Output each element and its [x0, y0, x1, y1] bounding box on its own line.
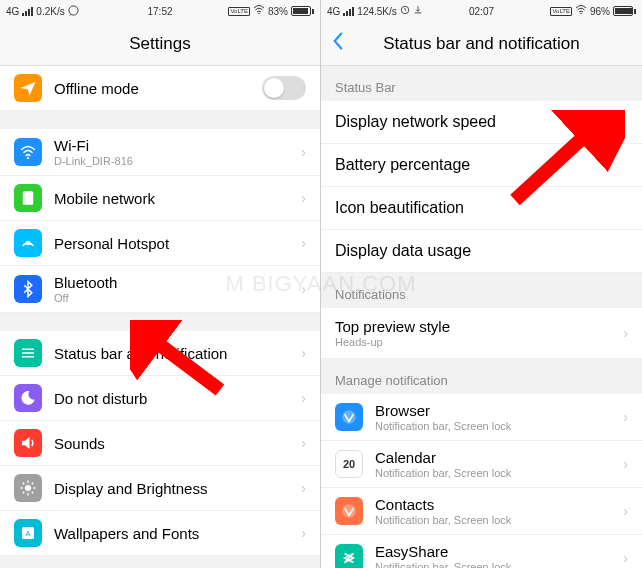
- share-icon: [335, 544, 363, 568]
- header: Settings: [0, 22, 320, 66]
- row-sub: Heads-up: [335, 336, 617, 348]
- row-label: Offline mode: [54, 80, 262, 97]
- row-status-bar-and-notification[interactable]: Status bar and notification›: [0, 331, 320, 376]
- row-label: Battery percentage: [335, 156, 470, 174]
- chevron-icon: ›: [623, 456, 628, 472]
- row-label: Wi-Fi: [54, 137, 295, 154]
- row-label: EasyShare: [375, 543, 617, 560]
- row-app-contacts[interactable]: ContactsNotification bar, Screen lock›: [321, 488, 642, 535]
- row-top-preview-style[interactable]: Top preview style Heads-up ›: [321, 308, 642, 359]
- back-button[interactable]: [331, 31, 345, 57]
- row-label: Display network speed: [335, 113, 496, 131]
- svg-point-0: [69, 5, 78, 14]
- chevron-icon: ›: [301, 480, 306, 496]
- row-display-and-brightness[interactable]: Display and Brightness›: [0, 466, 320, 511]
- svg-line-13: [23, 483, 25, 485]
- row-sounds[interactable]: Sounds›: [0, 421, 320, 466]
- row-icon-beautification[interactable]: Icon beautification: [321, 187, 642, 230]
- row-sub: Notification bar, Screen lock: [375, 514, 617, 526]
- row-battery-percentage[interactable]: Battery percentage: [321, 144, 642, 187]
- svg-rect-6: [22, 352, 34, 354]
- row-label: Icon beautification: [335, 199, 464, 217]
- svg-point-2: [27, 157, 29, 159]
- chevron-icon: ›: [301, 190, 306, 206]
- vivo-icon: [335, 497, 363, 525]
- battery-icon: [613, 6, 636, 16]
- svg-line-16: [32, 483, 34, 485]
- chevron-icon: ›: [301, 235, 306, 251]
- row-label: Contacts: [375, 496, 617, 513]
- vivo-icon: [335, 403, 363, 431]
- page-title: Settings: [129, 34, 190, 54]
- battery-pct: 83%: [268, 6, 288, 17]
- row-label: Do not disturb: [54, 390, 295, 407]
- clock: 02:07: [469, 6, 494, 17]
- row-mobile-network[interactable]: Mobile network›: [0, 176, 320, 221]
- row-do-not-disturb[interactable]: Do not disturb›: [0, 376, 320, 421]
- row-personal-hotspot[interactable]: Personal Hotspot›: [0, 221, 320, 266]
- section-status-bar: Status Bar: [321, 66, 642, 101]
- chevron-icon: ›: [301, 345, 306, 361]
- clock-small-icon: [400, 5, 410, 17]
- row-label: Wallpapers and Fonts: [54, 525, 295, 542]
- row-wallpapers-and-fonts[interactable]: AWallpapers and Fonts›: [0, 511, 320, 556]
- sound-icon: [14, 429, 42, 457]
- whatsapp-icon: [68, 5, 79, 18]
- bars-icon: [14, 339, 42, 367]
- row-display-data-usage[interactable]: Display data usage: [321, 230, 642, 273]
- wifi-icon: [253, 5, 265, 17]
- chevron-icon: ›: [301, 390, 306, 406]
- row-sub: D-Link_DIR-816: [54, 155, 295, 167]
- chevron-icon: ›: [623, 409, 628, 425]
- svg-text:A: A: [25, 529, 30, 538]
- signal-icon: [343, 7, 354, 16]
- section-manage-notification: Manage notification: [321, 359, 642, 394]
- chevron-icon: ›: [623, 503, 628, 519]
- speed-label: 0.2K/s: [36, 6, 64, 17]
- header: Status bar and notification: [321, 22, 642, 66]
- toggle[interactable]: [262, 76, 306, 100]
- svg-rect-7: [22, 356, 34, 358]
- settings-list: Offline modeWi-FiD-Link_DIR-816›Mobile n…: [0, 66, 320, 568]
- row-app-browser[interactable]: BrowserNotification bar, Screen lock›: [321, 394, 642, 441]
- net-label: 4G: [327, 6, 340, 17]
- row-app-calendar[interactable]: 20CalendarNotification bar, Screen lock›: [321, 441, 642, 488]
- cal-icon: 20: [335, 450, 363, 478]
- battery-icon: [291, 6, 314, 16]
- row-wi-fi[interactable]: Wi-FiD-Link_DIR-816›: [0, 129, 320, 176]
- speed-label: 124.5K/s: [357, 6, 396, 17]
- wifi-icon: [575, 5, 587, 17]
- lte-icon: VoLTE: [228, 7, 250, 16]
- svg-line-14: [32, 492, 34, 494]
- wall-icon: A: [14, 519, 42, 547]
- row-app-easyshare[interactable]: EasyShareNotification bar, Screen lock›: [321, 535, 642, 568]
- chevron-icon: ›: [623, 550, 628, 566]
- row-sub: Notification bar, Screen lock: [375, 420, 617, 432]
- row-label: Status bar and notification: [54, 345, 295, 362]
- chevron-icon: ›: [301, 435, 306, 451]
- moon-icon: [14, 384, 42, 412]
- chevron-icon: ›: [301, 144, 306, 160]
- svg-point-1: [258, 13, 260, 15]
- chevron-icon: ›: [301, 525, 306, 541]
- svg-point-20: [580, 13, 582, 15]
- row-label: Display data usage: [335, 242, 471, 260]
- row-sub: Notification bar, Screen lock: [375, 561, 617, 568]
- row-offline-mode[interactable]: Offline mode: [0, 66, 320, 111]
- signal-icon: [22, 7, 33, 16]
- row-sub: Notification bar, Screen lock: [375, 467, 617, 479]
- plane-icon: [14, 74, 42, 102]
- row-display-network-speed[interactable]: Display network speed: [321, 101, 642, 144]
- bright-icon: [14, 474, 42, 502]
- watermark: M BIGYAAN.COM: [225, 271, 416, 297]
- row-label: Display and Brightness: [54, 480, 295, 497]
- row-label: Browser: [375, 402, 617, 419]
- row-label: Personal Hotspot: [54, 235, 295, 252]
- status-bar: 4G 124.5K/s 02:07 VoLTE 96%: [321, 0, 642, 22]
- sim-icon: [14, 184, 42, 212]
- row-label: Mobile network: [54, 190, 295, 207]
- download-icon: [413, 5, 423, 17]
- wifi-icon: [14, 138, 42, 166]
- chevron-icon: ›: [623, 325, 628, 341]
- net-label: 4G: [6, 6, 19, 17]
